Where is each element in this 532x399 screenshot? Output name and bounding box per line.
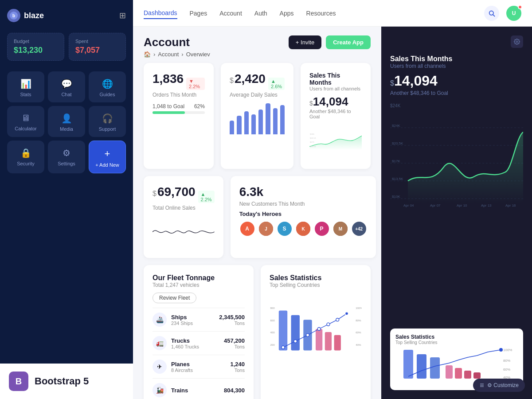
svg-text:$13.5K: $13.5K	[310, 145, 316, 148]
grid-menu: 📊 Stats 💬 Chat 🌐 Guides 🖥 Calculator 👤 M…	[7, 71, 126, 173]
bar-5	[258, 110, 263, 134]
bootstrap-text: Bootstrap 5	[35, 376, 89, 387]
sidebar-item-security[interactable]: 🔒 Security	[7, 141, 44, 173]
sidebar-item-media[interactable]: 👤 Media	[48, 106, 85, 137]
chat-label: Chat	[61, 92, 71, 97]
sidebar-item-settings[interactable]: ⚙ Settings	[48, 141, 85, 173]
big-revenue: 14,094	[394, 73, 438, 89]
trains-icon: 🚂	[153, 383, 167, 397]
full-chart-area: $24K $24K $20.5K $17K $13.5K	[390, 103, 523, 325]
search-icon	[488, 10, 495, 17]
breadcrumb: 🏠 › Account › Overwiev	[144, 51, 210, 58]
trains-value: 804,300	[224, 387, 245, 394]
nav-auth[interactable]: Auth	[254, 8, 267, 19]
invite-button[interactable]: + Invite	[289, 35, 321, 49]
create-app-button[interactable]: Create App	[326, 35, 371, 49]
bar-8	[280, 105, 285, 135]
mini-sales-title: Sales Statistics	[395, 334, 518, 340]
fleet-title: Our Fleet Tonnage	[153, 274, 245, 282]
progress-bar-bg	[153, 111, 205, 114]
svg-rect-45	[403, 350, 413, 379]
sidebar-item-guides[interactable]: 🌐 Guides	[89, 71, 126, 102]
budget-card: Budget $13,230	[7, 33, 64, 61]
customers-num: 6.3k	[239, 185, 264, 199]
sidebar: b blaze ⊞ Budget $13,230 Spent $7,057 📊 …	[0, 0, 133, 399]
chat-icon: 💬	[61, 78, 72, 89]
fleet-row-trucks: 🚛 Trucks 1,460 Trucks 457,200 Tons	[153, 331, 245, 355]
orders-number: 1,836	[153, 72, 184, 86]
bar-7	[273, 108, 278, 135]
online-dollar: $	[153, 190, 156, 198]
nav-dashboards[interactable]: Dashboards	[144, 8, 177, 19]
trucks-unit: Tons	[224, 344, 245, 349]
main-content: Dashboards Pages Account Auth Apps Resou…	[133, 0, 532, 399]
brand-name: blaze	[24, 11, 44, 20]
svg-rect-49	[455, 368, 462, 379]
budget-label: Budget	[14, 39, 58, 44]
content-main: Account 🏠 › Account › Overwiev + Invite …	[133, 27, 381, 399]
sidebar-item-calculator[interactable]: 🖥 Calculator	[7, 106, 44, 137]
bootstrap-badge: B Bootstrap 5	[0, 364, 133, 399]
trucks-sub: 1,460 Trucks	[171, 344, 199, 349]
svg-point-24	[306, 333, 309, 336]
bar-2	[237, 116, 241, 134]
right-panel: Sales This Months Users from all channel…	[381, 27, 532, 399]
svg-text:Apr 04: Apr 04	[403, 203, 414, 207]
trucks-icon: 🚛	[153, 336, 167, 350]
ships-icon: 🚢	[153, 313, 167, 327]
customize-button[interactable]: ⚙ Customize	[473, 379, 525, 392]
svg-text:Apr 10: Apr 10	[457, 203, 467, 207]
right-panel-title: Sales This Months	[390, 55, 523, 63]
nav-pages[interactable]: Pages	[190, 8, 207, 19]
heroes-avatars: A J S K P M +42	[239, 221, 367, 237]
calculator-icon: 🖥	[21, 113, 30, 123]
mini-bar-chart: 100% 80% 60% 40%	[395, 348, 518, 383]
add-icon: +	[105, 148, 110, 160]
sidebar-item-support[interactable]: 🎧 Support	[89, 106, 126, 137]
header-actions: + Invite Create App	[289, 35, 371, 49]
bar-country-6	[334, 335, 341, 351]
revenue-dollar: $	[309, 100, 313, 107]
sidebar-item-chat[interactable]: 💬 Chat	[48, 71, 85, 102]
sidebar-item-add-new[interactable]: + + Add New	[89, 141, 126, 173]
spent-label: Spent	[75, 39, 119, 44]
revenue-number: 14,094	[313, 95, 348, 109]
spent-card: Spent $7,057	[69, 33, 126, 61]
svg-rect-51	[473, 372, 481, 379]
calculator-label: Calculator	[15, 126, 37, 131]
menu-icon[interactable]: ⊞	[119, 11, 126, 20]
page-header-left: Account 🏠 › Account › Overwiev	[144, 35, 210, 58]
revenue-goal: Another $48,346 to Goal	[309, 109, 362, 119]
ships-unit: Tons	[219, 321, 245, 326]
right-panel-inner: Sales This Months Users from all channel…	[381, 27, 532, 399]
review-fleet-button[interactable]: Review Fleet	[153, 293, 196, 303]
svg-text:b: b	[12, 13, 15, 18]
svg-rect-47	[430, 357, 440, 379]
hero-photo-3: M	[333, 222, 348, 236]
breadcrumb-account[interactable]: Account	[158, 51, 179, 58]
hero-avatar-3: S	[277, 221, 293, 237]
svg-text:100%: 100%	[503, 348, 512, 352]
page-header: Account 🏠 › Account › Overwiev + Invite …	[144, 35, 371, 58]
breadcrumb-overview: Overwiev	[186, 51, 210, 58]
nav-account[interactable]: Account	[219, 8, 242, 19]
svg-point-26	[327, 323, 330, 326]
svg-text:600: 600	[270, 319, 275, 322]
search-button[interactable]	[484, 6, 499, 21]
svg-text:Apr 07: Apr 07	[430, 203, 441, 207]
sidebar-item-stats[interactable]: 📊 Stats	[7, 71, 44, 102]
sidebar-header: b blaze ⊞	[7, 9, 126, 22]
svg-text:80%: 80%	[503, 359, 510, 363]
progress-bar-fill	[153, 111, 185, 114]
hero-avatar-6: M	[332, 221, 348, 237]
stats-label: Stats	[20, 92, 31, 97]
svg-text:60%: 60%	[503, 368, 510, 372]
content-area: Account 🏠 › Account › Overwiev + Invite …	[133, 27, 532, 399]
total-online-card: $ 69,700 ▲ 2.2% Total Online Sales	[144, 176, 223, 258]
svg-text:Apr 16: Apr 16	[505, 203, 516, 207]
breadcrumb-home[interactable]: 🏠	[144, 51, 151, 58]
nav-apps[interactable]: Apps	[280, 8, 294, 19]
user-avatar-button[interactable]: U	[506, 6, 521, 21]
panel-settings-icon[interactable]	[511, 35, 523, 48]
nav-resources[interactable]: Resources	[306, 8, 336, 19]
